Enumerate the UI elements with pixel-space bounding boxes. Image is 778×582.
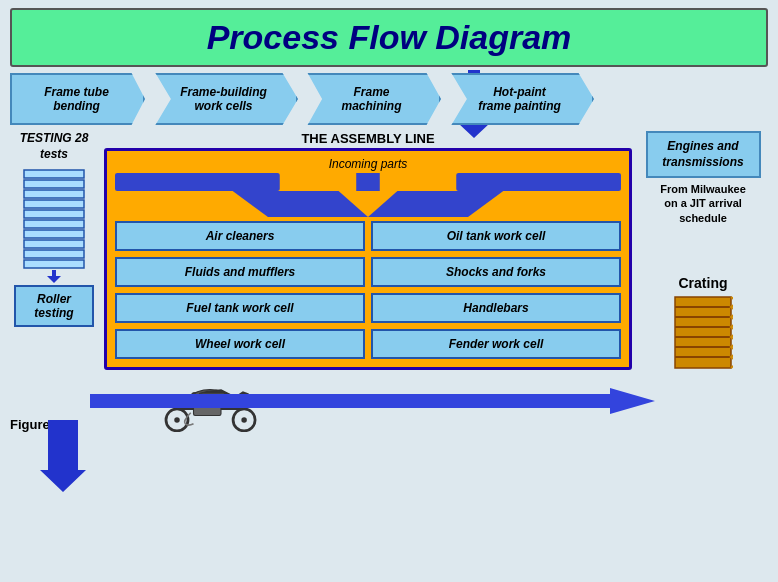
- right-column: Engines and transmissions From Milwaukee…: [638, 131, 768, 370]
- svg-rect-3: [24, 200, 84, 208]
- work-cell-fuel-tank: Fuel tank work cell: [115, 293, 365, 323]
- left-column: TESTING 28 tests Roller testing: [10, 131, 98, 327]
- work-cell-fender: Fender work cell: [371, 329, 621, 359]
- assembly-line-label: THE ASSEMBLY LINE: [104, 131, 632, 146]
- step2-label: Frame-building work cells: [180, 85, 267, 113]
- svg-marker-16: [368, 191, 503, 217]
- engines-box: Engines and transmissions: [646, 131, 761, 178]
- svg-rect-6: [24, 230, 84, 238]
- testing-label: TESTING 28 tests: [10, 131, 98, 162]
- svg-marker-15: [233, 191, 368, 217]
- assembly-area: THE ASSEMBLY LINE Incoming parts: [104, 131, 632, 370]
- svg-rect-4: [24, 210, 84, 218]
- svg-rect-0: [24, 170, 84, 178]
- work-cell-handlebars: Handlebars: [371, 293, 621, 323]
- crating-label: Crating: [679, 275, 728, 291]
- process-flow: Frame tube bending Frame-building work c…: [10, 73, 768, 125]
- jit-label: From Milwaukee on a JIT arrival schedule: [660, 182, 746, 225]
- work-cells-grid: Air cleaners Oil tank work cell Fluids a…: [115, 221, 621, 359]
- svg-rect-8: [24, 250, 84, 258]
- process-step-2: Frame-building work cells: [143, 73, 298, 125]
- bottom-arrow: [90, 386, 660, 416]
- svg-point-28: [241, 417, 247, 423]
- assembly-box: Incoming parts: [104, 148, 632, 370]
- svg-rect-7: [24, 240, 84, 248]
- svg-marker-14: [115, 191, 621, 217]
- incoming-label: Incoming parts: [115, 157, 621, 171]
- testing-stack-icon: [19, 168, 89, 283]
- svg-marker-11: [47, 276, 61, 283]
- svg-rect-1: [24, 180, 84, 188]
- work-cell-oil-tank: Oil tank work cell: [371, 221, 621, 251]
- process-step-3: Frame machining: [296, 73, 441, 125]
- process-step-4: Hot-paint frame painting: [439, 73, 594, 125]
- roller-testing-box: Roller testing: [14, 285, 94, 327]
- svg-rect-2: [24, 190, 84, 198]
- title-bar: Process Flow Diagram: [10, 8, 768, 67]
- work-cell-shocks: Shocks and forks: [371, 257, 621, 287]
- step1-label: Frame tube bending: [44, 85, 109, 113]
- svg-point-26: [174, 417, 180, 423]
- step4-label: Hot-paint frame painting: [478, 85, 561, 113]
- svg-rect-12: [115, 173, 280, 191]
- bottom-area: Figure 7.3: [10, 374, 768, 434]
- svg-rect-5: [24, 220, 84, 228]
- svg-rect-17: [356, 173, 380, 191]
- work-cell-air-cleaners: Air cleaners: [115, 221, 365, 251]
- work-cell-wheel: Wheel work cell: [115, 329, 365, 359]
- process-step-1: Frame tube bending: [10, 73, 145, 125]
- svg-rect-9: [24, 260, 84, 268]
- work-cell-fluids: Fluids and mufflers: [115, 257, 365, 287]
- funnel-shape: [115, 173, 621, 217]
- svg-rect-13: [456, 173, 621, 191]
- figure-label: Figure 7.3: [10, 417, 71, 432]
- svg-marker-31: [90, 388, 655, 414]
- step3-label: Frame machining: [341, 85, 401, 113]
- page-title: Process Flow Diagram: [12, 18, 766, 57]
- main-diagram: TESTING 28 tests Roller testing: [10, 131, 768, 370]
- crating-icon: [673, 295, 733, 370]
- page-container: Process Flow Diagram Frame tube bending …: [0, 0, 778, 582]
